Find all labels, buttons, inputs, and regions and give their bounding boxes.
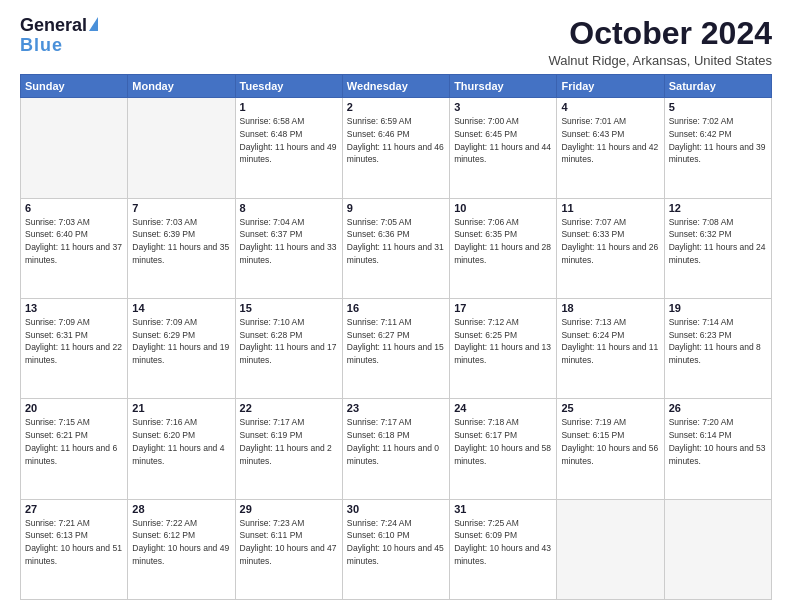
- day-number: 17: [454, 302, 552, 314]
- day-detail: Sunrise: 7:23 AMSunset: 6:11 PMDaylight:…: [240, 517, 338, 568]
- day-number: 14: [132, 302, 230, 314]
- day-detail: Sunrise: 7:19 AMSunset: 6:15 PMDaylight:…: [561, 416, 659, 467]
- calendar-cell: 6Sunrise: 7:03 AMSunset: 6:40 PMDaylight…: [21, 198, 128, 298]
- day-number: 29: [240, 503, 338, 515]
- day-detail: Sunrise: 7:08 AMSunset: 6:32 PMDaylight:…: [669, 216, 767, 267]
- weekday-header: Friday: [557, 75, 664, 98]
- calendar-cell: 2Sunrise: 6:59 AMSunset: 6:46 PMDaylight…: [342, 98, 449, 198]
- calendar-cell: 26Sunrise: 7:20 AMSunset: 6:14 PMDayligh…: [664, 399, 771, 499]
- logo: General Blue: [20, 16, 98, 56]
- calendar-cell: 3Sunrise: 7:00 AMSunset: 6:45 PMDaylight…: [450, 98, 557, 198]
- calendar-cell: 9Sunrise: 7:05 AMSunset: 6:36 PMDaylight…: [342, 198, 449, 298]
- day-detail: Sunrise: 6:59 AMSunset: 6:46 PMDaylight:…: [347, 115, 445, 166]
- calendar-cell: 18Sunrise: 7:13 AMSunset: 6:24 PMDayligh…: [557, 298, 664, 398]
- day-detail: Sunrise: 7:03 AMSunset: 6:40 PMDaylight:…: [25, 216, 123, 267]
- calendar: SundayMondayTuesdayWednesdayThursdayFrid…: [20, 74, 772, 600]
- day-detail: Sunrise: 7:18 AMSunset: 6:17 PMDaylight:…: [454, 416, 552, 467]
- day-detail: Sunrise: 6:58 AMSunset: 6:48 PMDaylight:…: [240, 115, 338, 166]
- weekday-header-row: SundayMondayTuesdayWednesdayThursdayFrid…: [21, 75, 772, 98]
- day-detail: Sunrise: 7:01 AMSunset: 6:43 PMDaylight:…: [561, 115, 659, 166]
- day-detail: Sunrise: 7:17 AMSunset: 6:19 PMDaylight:…: [240, 416, 338, 467]
- day-detail: Sunrise: 7:14 AMSunset: 6:23 PMDaylight:…: [669, 316, 767, 367]
- calendar-cell: [664, 499, 771, 599]
- day-detail: Sunrise: 7:15 AMSunset: 6:21 PMDaylight:…: [25, 416, 123, 467]
- logo-text-blue: Blue: [20, 36, 63, 56]
- day-detail: Sunrise: 7:06 AMSunset: 6:35 PMDaylight:…: [454, 216, 552, 267]
- calendar-cell: 1Sunrise: 6:58 AMSunset: 6:48 PMDaylight…: [235, 98, 342, 198]
- day-detail: Sunrise: 7:11 AMSunset: 6:27 PMDaylight:…: [347, 316, 445, 367]
- weekday-header: Tuesday: [235, 75, 342, 98]
- day-number: 2: [347, 101, 445, 113]
- calendar-cell: 5Sunrise: 7:02 AMSunset: 6:42 PMDaylight…: [664, 98, 771, 198]
- day-number: 28: [132, 503, 230, 515]
- day-detail: Sunrise: 7:21 AMSunset: 6:13 PMDaylight:…: [25, 517, 123, 568]
- calendar-cell: 4Sunrise: 7:01 AMSunset: 6:43 PMDaylight…: [557, 98, 664, 198]
- calendar-cell: 23Sunrise: 7:17 AMSunset: 6:18 PMDayligh…: [342, 399, 449, 499]
- calendar-cell: 20Sunrise: 7:15 AMSunset: 6:21 PMDayligh…: [21, 399, 128, 499]
- calendar-cell: 22Sunrise: 7:17 AMSunset: 6:19 PMDayligh…: [235, 399, 342, 499]
- day-number: 10: [454, 202, 552, 214]
- day-number: 8: [240, 202, 338, 214]
- day-detail: Sunrise: 7:09 AMSunset: 6:31 PMDaylight:…: [25, 316, 123, 367]
- day-detail: Sunrise: 7:04 AMSunset: 6:37 PMDaylight:…: [240, 216, 338, 267]
- day-detail: Sunrise: 7:02 AMSunset: 6:42 PMDaylight:…: [669, 115, 767, 166]
- day-number: 30: [347, 503, 445, 515]
- day-number: 27: [25, 503, 123, 515]
- calendar-cell: 17Sunrise: 7:12 AMSunset: 6:25 PMDayligh…: [450, 298, 557, 398]
- header: General Blue October 2024 Walnut Ridge, …: [20, 16, 772, 68]
- calendar-cell: 30Sunrise: 7:24 AMSunset: 6:10 PMDayligh…: [342, 499, 449, 599]
- day-number: 5: [669, 101, 767, 113]
- day-number: 25: [561, 402, 659, 414]
- calendar-week-row: 13Sunrise: 7:09 AMSunset: 6:31 PMDayligh…: [21, 298, 772, 398]
- day-number: 4: [561, 101, 659, 113]
- day-detail: Sunrise: 7:25 AMSunset: 6:09 PMDaylight:…: [454, 517, 552, 568]
- calendar-cell: [128, 98, 235, 198]
- calendar-cell: 29Sunrise: 7:23 AMSunset: 6:11 PMDayligh…: [235, 499, 342, 599]
- day-number: 3: [454, 101, 552, 113]
- calendar-cell: 15Sunrise: 7:10 AMSunset: 6:28 PMDayligh…: [235, 298, 342, 398]
- day-detail: Sunrise: 7:03 AMSunset: 6:39 PMDaylight:…: [132, 216, 230, 267]
- day-detail: Sunrise: 7:12 AMSunset: 6:25 PMDaylight:…: [454, 316, 552, 367]
- weekday-header: Saturday: [664, 75, 771, 98]
- day-number: 6: [25, 202, 123, 214]
- day-detail: Sunrise: 7:05 AMSunset: 6:36 PMDaylight:…: [347, 216, 445, 267]
- day-number: 7: [132, 202, 230, 214]
- day-number: 18: [561, 302, 659, 314]
- calendar-cell: 13Sunrise: 7:09 AMSunset: 6:31 PMDayligh…: [21, 298, 128, 398]
- day-detail: Sunrise: 7:13 AMSunset: 6:24 PMDaylight:…: [561, 316, 659, 367]
- day-number: 13: [25, 302, 123, 314]
- calendar-cell: 25Sunrise: 7:19 AMSunset: 6:15 PMDayligh…: [557, 399, 664, 499]
- calendar-cell: 12Sunrise: 7:08 AMSunset: 6:32 PMDayligh…: [664, 198, 771, 298]
- day-number: 15: [240, 302, 338, 314]
- calendar-cell: 19Sunrise: 7:14 AMSunset: 6:23 PMDayligh…: [664, 298, 771, 398]
- weekday-header: Sunday: [21, 75, 128, 98]
- day-detail: Sunrise: 7:24 AMSunset: 6:10 PMDaylight:…: [347, 517, 445, 568]
- calendar-cell: 7Sunrise: 7:03 AMSunset: 6:39 PMDaylight…: [128, 198, 235, 298]
- day-number: 19: [669, 302, 767, 314]
- weekday-header: Wednesday: [342, 75, 449, 98]
- calendar-cell: 31Sunrise: 7:25 AMSunset: 6:09 PMDayligh…: [450, 499, 557, 599]
- day-detail: Sunrise: 7:07 AMSunset: 6:33 PMDaylight:…: [561, 216, 659, 267]
- calendar-week-row: 20Sunrise: 7:15 AMSunset: 6:21 PMDayligh…: [21, 399, 772, 499]
- day-number: 26: [669, 402, 767, 414]
- day-number: 16: [347, 302, 445, 314]
- day-number: 9: [347, 202, 445, 214]
- calendar-cell: 27Sunrise: 7:21 AMSunset: 6:13 PMDayligh…: [21, 499, 128, 599]
- day-detail: Sunrise: 7:16 AMSunset: 6:20 PMDaylight:…: [132, 416, 230, 467]
- calendar-week-row: 27Sunrise: 7:21 AMSunset: 6:13 PMDayligh…: [21, 499, 772, 599]
- page: General Blue October 2024 Walnut Ridge, …: [0, 0, 792, 612]
- calendar-cell: 28Sunrise: 7:22 AMSunset: 6:12 PMDayligh…: [128, 499, 235, 599]
- title-area: October 2024 Walnut Ridge, Arkansas, Uni…: [548, 16, 772, 68]
- calendar-cell: 8Sunrise: 7:04 AMSunset: 6:37 PMDaylight…: [235, 198, 342, 298]
- calendar-week-row: 6Sunrise: 7:03 AMSunset: 6:40 PMDaylight…: [21, 198, 772, 298]
- calendar-cell: 24Sunrise: 7:18 AMSunset: 6:17 PMDayligh…: [450, 399, 557, 499]
- day-number: 12: [669, 202, 767, 214]
- day-number: 31: [454, 503, 552, 515]
- calendar-cell: 11Sunrise: 7:07 AMSunset: 6:33 PMDayligh…: [557, 198, 664, 298]
- calendar-cell: [557, 499, 664, 599]
- day-detail: Sunrise: 7:17 AMSunset: 6:18 PMDaylight:…: [347, 416, 445, 467]
- calendar-cell: 21Sunrise: 7:16 AMSunset: 6:20 PMDayligh…: [128, 399, 235, 499]
- calendar-cell: [21, 98, 128, 198]
- month-title: October 2024: [548, 16, 772, 51]
- day-detail: Sunrise: 7:09 AMSunset: 6:29 PMDaylight:…: [132, 316, 230, 367]
